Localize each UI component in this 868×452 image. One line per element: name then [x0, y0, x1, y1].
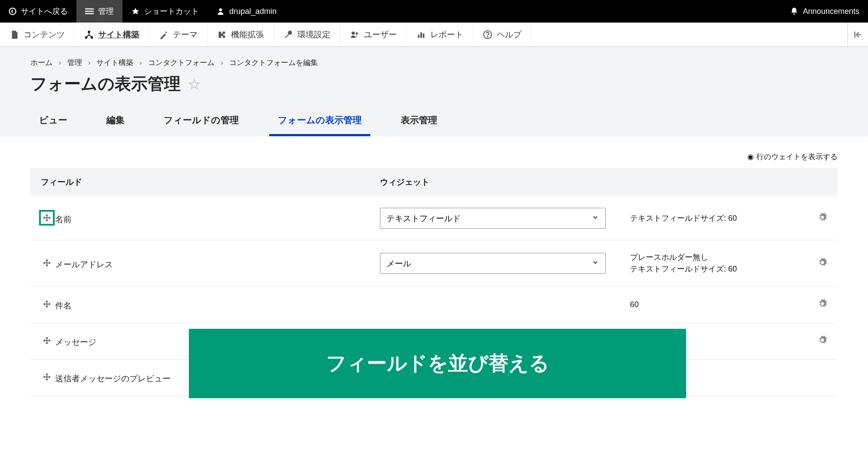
- breadcrumb-item[interactable]: コンタクトフォームを編集: [229, 58, 318, 68]
- svg-point-7: [88, 30, 90, 33]
- admin-reports[interactable]: レポート: [407, 23, 473, 46]
- svg-point-10: [165, 31, 167, 33]
- table-row: メールアドレスメールプレースホルダー無しテキストフィールドサイズ: 60: [30, 240, 838, 287]
- widget-summary: 60: [630, 299, 797, 311]
- gear-icon[interactable]: [818, 215, 827, 224]
- drag-handle-icon[interactable]: [41, 334, 53, 347]
- collapse-toolbar[interactable]: [847, 23, 868, 46]
- toolbar-top: サイトへ戻る 管理 ショートカット drupal_admin Announcem…: [0, 0, 868, 23]
- svg-point-17: [487, 36, 488, 37]
- svg-rect-15: [423, 33, 425, 38]
- wand-icon: [159, 30, 168, 39]
- widget-summary: プレースホルダー無しテキストフィールドサイズ: 60: [630, 252, 797, 275]
- shortcuts-label: ショートカット: [144, 6, 199, 16]
- svg-rect-13: [418, 35, 420, 38]
- drag-handle-icon[interactable]: [41, 257, 53, 269]
- table-row: 件名60: [30, 287, 838, 323]
- svg-rect-3: [85, 13, 94, 14]
- favorite-star-icon[interactable]: ☆: [188, 75, 201, 93]
- back-to-site[interactable]: サイトへ戻る: [0, 0, 76, 23]
- admin-content[interactable]: コンテンツ: [0, 23, 75, 46]
- field-label: メッセージ: [55, 337, 96, 347]
- wrench-icon: [284, 30, 293, 39]
- tab-view[interactable]: ビュー: [30, 108, 76, 136]
- svg-rect-1: [85, 8, 94, 10]
- file-icon: [10, 30, 19, 39]
- svg-rect-2: [85, 11, 94, 12]
- svg-point-12: [356, 32, 358, 35]
- svg-point-5: [219, 8, 222, 11]
- primary-tabs: ビュー 編集 フィールドの管理 フォームの表示管理 表示管理: [30, 108, 838, 137]
- widget-select[interactable]: テキストフィールド: [380, 208, 606, 229]
- manage-label: 管理: [98, 6, 114, 16]
- help-icon: [483, 30, 492, 39]
- user-icon: [216, 7, 225, 16]
- structure-icon: [84, 30, 94, 39]
- field-label: 送信者メッセージのプレビュー: [55, 374, 171, 383]
- drag-handle-icon[interactable]: [41, 298, 53, 310]
- admin-config[interactable]: 環境設定: [274, 23, 340, 46]
- tab-form-display[interactable]: フォームの表示管理: [269, 108, 370, 136]
- drag-handle-icon[interactable]: [41, 212, 53, 224]
- eye-icon: ◉: [747, 153, 754, 161]
- people-icon: [350, 30, 360, 39]
- annotation-banner: フィールドを並び替える: [189, 329, 686, 398]
- tab-display[interactable]: 表示管理: [392, 108, 446, 136]
- bar-chart-icon: [416, 30, 426, 39]
- svg-point-11: [352, 31, 355, 34]
- breadcrumb: ホーム› 管理› サイト構築› コンタクトフォーム› コンタクトフォームを編集: [30, 58, 838, 68]
- tab-fields[interactable]: フィールドの管理: [155, 108, 248, 136]
- hamburger-icon: [85, 7, 94, 16]
- drag-handle-icon[interactable]: [41, 371, 53, 383]
- svg-marker-4: [132, 8, 139, 15]
- page-title: フォームの表示管理 ☆: [30, 73, 838, 95]
- collapse-icon: [853, 30, 863, 39]
- field-label: 件名: [55, 301, 72, 310]
- gear-icon[interactable]: [818, 337, 827, 347]
- field-label: 名前: [55, 215, 72, 224]
- announcements[interactable]: Announcements: [781, 0, 868, 23]
- user-menu[interactable]: drupal_admin: [208, 0, 285, 23]
- admin-appearance[interactable]: テーマ: [149, 23, 208, 46]
- col-field: フィールド: [30, 168, 370, 197]
- admin-structure[interactable]: サイト構築: [75, 23, 149, 46]
- announcements-label: Announcements: [803, 7, 859, 16]
- field-label: メールアドレス: [55, 260, 113, 269]
- bell-icon: [790, 7, 799, 16]
- admin-people[interactable]: ユーザー: [340, 23, 407, 46]
- svg-point-0: [10, 8, 16, 15]
- admin-help[interactable]: ヘルプ: [473, 23, 531, 46]
- table-row: 名前テキストフィールドテキストフィールドサイズ: 60: [30, 197, 838, 240]
- header-region: ホーム› 管理› サイト構築› コンタクトフォーム› コンタクトフォームを編集 …: [0, 47, 868, 137]
- admin-menu: コンテンツ サイト構築 テーマ 機能拡張 環境設定 ユーザー レポート ヘルプ: [0, 23, 868, 47]
- col-widget: ウィジェット: [370, 168, 620, 197]
- puzzle-icon: [217, 30, 227, 39]
- shortcuts[interactable]: ショートカット: [122, 0, 208, 23]
- show-row-weights[interactable]: ◉行のウェイトを表示する: [30, 152, 838, 162]
- svg-rect-14: [420, 32, 422, 38]
- back-to-site-label: サイトへ戻る: [21, 6, 68, 16]
- svg-point-6: [793, 13, 795, 15]
- user-label: drupal_admin: [229, 7, 277, 16]
- widget-select[interactable]: メール: [380, 253, 606, 274]
- admin-extend[interactable]: 機能拡張: [208, 23, 274, 46]
- widget-summary: テキストフィールドサイズ: 60: [630, 213, 797, 224]
- breadcrumb-item[interactable]: ホーム: [30, 58, 53, 68]
- gear-icon[interactable]: [818, 301, 827, 310]
- gear-icon[interactable]: [818, 260, 827, 269]
- star-icon: [131, 7, 140, 16]
- breadcrumb-item[interactable]: 管理: [67, 58, 82, 68]
- breadcrumb-item[interactable]: コンタクトフォーム: [148, 58, 215, 68]
- breadcrumb-item[interactable]: サイト構築: [96, 58, 133, 68]
- manage-toggle[interactable]: 管理: [76, 0, 122, 23]
- chevron-left-icon: [9, 7, 17, 15]
- tab-edit[interactable]: 編集: [98, 108, 133, 136]
